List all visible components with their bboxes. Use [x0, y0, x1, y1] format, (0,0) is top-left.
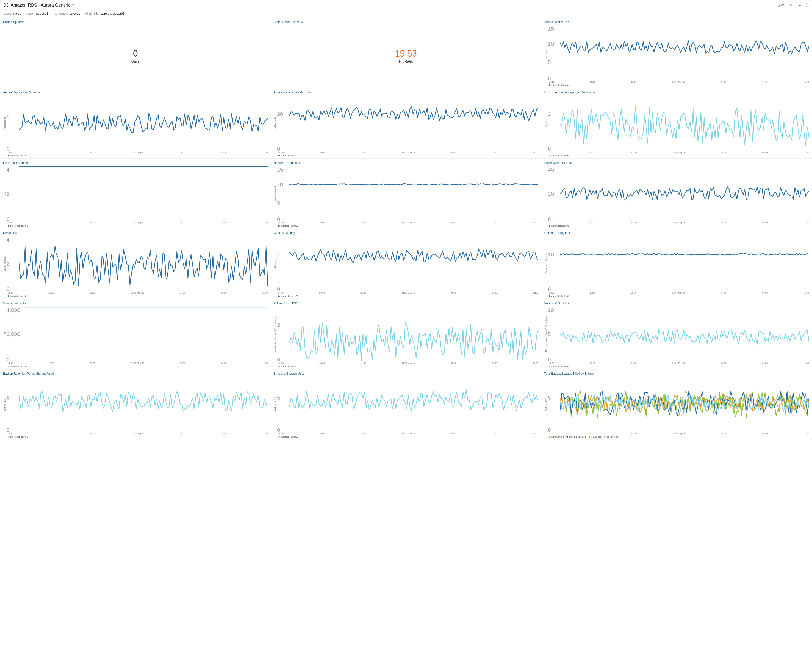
svg-text:0: 0: [548, 286, 551, 291]
legend-item[interactable]: oracle-se2: [589, 436, 601, 438]
svg-text:0: 0: [6, 216, 10, 221]
filter-value[interactable]: us-east-1: [36, 12, 48, 16]
dashboard-grid: Engine Up Time0DaysBuffer Cache Hit Rati…: [0, 18, 812, 439]
kebab-menu-icon[interactable]: ⋮: [804, 3, 808, 7]
chart-plot[interactable]: 02: [548, 96, 809, 151]
legend: auroradbcluster01: [544, 295, 809, 297]
svg-text:0: 0: [277, 145, 280, 151]
legend-item[interactable]: auroradbcluster01: [549, 365, 569, 368]
svg-text:0: 0: [6, 356, 10, 361]
legend-item[interactable]: sqlserver-ex: [604, 436, 618, 438]
panel-p11: Commit LatencyMilliseconds0114:3018:0021…: [271, 229, 541, 299]
chart-plot[interactable]: 024: [6, 236, 268, 291]
chart-plot[interactable]: 010: [548, 236, 809, 291]
filter-label: dbidentifier: [85, 12, 100, 15]
legend-dot: [278, 436, 280, 438]
legend: auroradbcluster01: [3, 436, 268, 438]
refresh-button[interactable]: [790, 4, 795, 7]
legend: auroradbcluster01: [274, 295, 538, 297]
legend-dot: [278, 295, 280, 297]
svg-text:0: 0: [548, 75, 551, 80]
legend-dot: [566, 436, 568, 438]
legend: auroradbcluster01: [3, 295, 268, 297]
legend-item[interactable]: auroradbcluster01: [8, 295, 28, 297]
y-axis-label: Number of Billed Read I/O Operations: [274, 306, 277, 361]
chart-plot[interactable]: 020: [277, 96, 538, 151]
panel-title: Volume Bytes Used: [3, 302, 268, 305]
legend-item[interactable]: auroradbcluster01: [278, 436, 298, 438]
bignum-value: 19.53: [395, 49, 417, 59]
legend-dot: [278, 225, 280, 227]
legend-item[interactable]: auroradbcluster01: [278, 225, 298, 227]
chart-plot[interactable]: 02,0004,000: [6, 306, 268, 361]
legend-label: auroradbcluster01: [281, 436, 298, 438]
legend-label: aurora-mysql: [551, 436, 564, 438]
legend-item[interactable]: auroradbcluster01: [549, 84, 569, 87]
panel-p4: Aurora Replica Lag MinimumMilliseconds05…: [0, 88, 270, 158]
legend-item[interactable]: auroradbcluster01: [549, 155, 569, 157]
y-axis-label: Seconds: [544, 96, 548, 151]
legend-item[interactable]: auroradbcluster01: [8, 225, 28, 227]
legend-item[interactable]: auroradbcluster01: [549, 295, 569, 297]
legend-dot: [8, 295, 9, 297]
time-range-picker[interactable]: -24h: [778, 4, 787, 7]
legend-item[interactable]: aurora-postgresql: [566, 436, 586, 438]
chart-plot[interactable]: 02040: [548, 166, 809, 221]
legend-dot: [604, 436, 606, 438]
legend-dot: [549, 436, 551, 438]
svg-text:15: 15: [277, 166, 283, 173]
svg-text:1: 1: [277, 251, 280, 258]
legend-item[interactable]: auroradbcluster01: [8, 436, 28, 438]
chart-plot[interactable]: 05: [6, 377, 268, 432]
chart-plot[interactable]: 05: [6, 96, 268, 151]
panel-p5: Aurora Replica Lag MaximumMilliseconds02…: [271, 88, 541, 158]
svg-text:2: 2: [277, 321, 280, 328]
legend-item[interactable]: auroradbcluster01: [278, 365, 298, 368]
legend-item[interactable]: auroradbcluster01: [278, 155, 298, 157]
chart-plot[interactable]: 02: [277, 306, 538, 361]
chart-plot[interactable]: 01: [277, 236, 538, 291]
panel-title: Aurora Replica Lag: [544, 20, 809, 24]
legend: auroradbcluster01: [544, 225, 809, 227]
chart-plot[interactable]: 051015: [548, 25, 809, 80]
filter-value[interactable]: prod: [15, 12, 21, 16]
legend-item[interactable]: auroradbcluster01: [549, 225, 569, 227]
panel-p1: Engine Up Time0Days: [0, 18, 270, 88]
svg-text:4: 4: [6, 166, 10, 173]
legend-dot: [8, 366, 9, 367]
chart-plot[interactable]: 05: [277, 377, 538, 432]
x-axis: 14:3018:0021:3001:00 May 1604:3008:0011:…: [274, 151, 538, 155]
y-axis-label: Number of Write Disk I/O Operations: [544, 306, 548, 361]
filter-value[interactable]: auroradbcluster01: [101, 12, 125, 16]
filter-region: regionus-east-1: [26, 12, 48, 16]
svg-text:10: 10: [548, 40, 554, 47]
legend: auroradbcluster01: [544, 155, 809, 157]
legend-item[interactable]: aurora-mysql: [549, 436, 564, 438]
svg-text:5: 5: [277, 395, 280, 401]
legend-item[interactable]: auroradbcluster01: [278, 295, 298, 297]
legend-label: auroradbcluster01: [551, 225, 569, 227]
x-axis: 14:3018:0021:3001:00 May 1604:3008:0011:…: [544, 80, 809, 84]
filter-account: accountprod: [4, 12, 21, 16]
filter-value[interactable]: aws/rds: [70, 12, 80, 16]
panel-title: Network Throughput: [274, 161, 538, 164]
svg-text:10: 10: [548, 307, 554, 313]
chart-plot[interactable]: 024: [6, 166, 268, 221]
panel-title: Aurora Replica Lag Maximum: [274, 91, 538, 94]
legend-item[interactable]: auroradbcluster01: [8, 155, 28, 157]
legend-label: auroradbcluster01: [10, 225, 28, 227]
panel-p2: Buffer Cache Hit Ratio19.53Hit Ratio: [271, 18, 541, 88]
chart-plot[interactable]: 0510: [548, 306, 809, 361]
legend: auroradbcluster01: [3, 225, 268, 227]
svg-text:15: 15: [548, 26, 554, 32]
legend-label: auroradbcluster01: [281, 225, 298, 227]
legend-item[interactable]: auroradbcluster01: [8, 365, 28, 368]
panel-title: Commit Throughput: [544, 231, 809, 234]
y-axis-label: Gibibytes (GiB): [3, 377, 6, 432]
chart-plot[interactable]: 05: [548, 377, 809, 432]
filter-icon[interactable]: ▼: [798, 3, 801, 7]
filter-label: account: [4, 12, 14, 15]
chart-plot[interactable]: 051015: [277, 166, 538, 221]
svg-text:5: 5: [6, 395, 10, 401]
open-external-icon[interactable]: ⧉: [72, 3, 75, 7]
